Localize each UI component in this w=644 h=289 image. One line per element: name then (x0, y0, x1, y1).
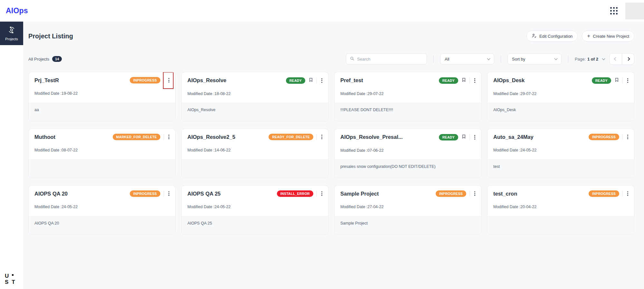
page-value: 1 of 2 (587, 57, 598, 62)
kebab-menu-icon[interactable] (473, 77, 477, 84)
avatar-placeholder[interactable] (625, 3, 644, 19)
search-box (346, 53, 427, 64)
pager (609, 53, 634, 65)
modified-date: Modified Date :20-04-22 (488, 205, 634, 209)
status-badge: READY_FOR_DELETE (269, 134, 313, 140)
kebab-menu-icon[interactable] (473, 134, 477, 140)
projects-sync-icon (7, 26, 16, 35)
project-description: AIOPS QA 20 (29, 216, 175, 235)
chevron-down-icon (487, 57, 490, 60)
modified-date: Modified Date :18-08-22 (182, 92, 328, 96)
page-indicator[interactable]: Page: 1 of 2 (575, 57, 605, 62)
project-name: AIOPS QA 25 (187, 191, 274, 197)
project-card[interactable]: Pref_test READY Modified Date :29-07-22 … (334, 72, 481, 121)
sidebar-item-label: Projects (5, 37, 18, 41)
divider (469, 191, 470, 197)
next-page-button[interactable] (622, 53, 634, 64)
sort-by-dropdown[interactable]: Sort by (507, 53, 562, 64)
modified-date: Modified Date :24-05-22 (488, 148, 634, 152)
project-card[interactable]: Muthoot MARKED_FOR_DELETE Modified Date … (28, 129, 175, 178)
modified-date: Modified Date :29-07-22 (488, 92, 634, 96)
all-projects-tab[interactable]: All Projects 14 (28, 56, 62, 62)
search-icon (350, 56, 355, 62)
divider (622, 191, 623, 197)
kebab-menu-icon[interactable] (320, 134, 324, 140)
kebab-menu-icon[interactable] (626, 134, 630, 140)
all-projects-label: All Projects (28, 57, 49, 62)
app-logo: AIOps (6, 6, 28, 15)
project-card[interactable]: Sample Project INPROGRESS Modified Date … (334, 185, 481, 235)
sidebar: Projects U ST (0, 22, 23, 289)
chevron-right-icon (626, 57, 630, 61)
divider (164, 134, 164, 140)
project-description (29, 159, 175, 178)
modified-date: Modified Date :07-06-22 (335, 148, 481, 153)
previous-page-button[interactable] (610, 53, 622, 64)
plus-icon: + (587, 33, 590, 39)
modified-date: Modified Date :29-07-22 (335, 92, 481, 96)
project-card[interactable]: AIOps_Resolve READY Modified Date :18-08… (181, 72, 328, 121)
status-badge: INPROGRESS (130, 77, 160, 83)
edit-configuration-button[interactable]: Edit Configuration (526, 31, 578, 42)
project-card[interactable]: AIOps_Resolve_Presal... READY Modified D… (334, 129, 481, 178)
divider (317, 134, 317, 140)
page-label: Page: (575, 57, 586, 62)
status-badge: INSTALL_ERROR (277, 190, 313, 197)
project-card[interactable]: AIOps_Desk READY Modified Date :29-07-22… (487, 72, 634, 121)
project-name: AIOps_Desk (493, 77, 589, 83)
project-description (182, 159, 328, 178)
project-name: AIOps_Resolve (187, 77, 283, 83)
edit-user-icon (532, 33, 537, 39)
divider (501, 55, 501, 63)
topbar-right (610, 3, 644, 19)
kebab-menu-icon[interactable] (320, 77, 324, 84)
project-description: !!!PLEASE DONT DELETE!!!! (335, 103, 481, 121)
sort-by-value: Sort by (512, 57, 525, 62)
ust-logo-dot (12, 274, 14, 276)
project-card[interactable]: Prj_TestR INPROGRESS Modified Date :19-0… (28, 72, 175, 121)
kebab-menu-icon[interactable] (626, 190, 630, 197)
divider (164, 77, 164, 83)
project-name: Prj_TestR (34, 77, 127, 83)
kebab-menu-icon[interactable] (320, 190, 324, 197)
ust-logo: U ST (5, 273, 16, 285)
status-badge: INPROGRESS (589, 190, 619, 197)
project-name: Auto_sa_24May (493, 134, 586, 140)
project-card[interactable]: Auto_sa_24May INPROGRESS Modified Date :… (487, 129, 634, 178)
type-filter-dropdown[interactable]: All (440, 53, 494, 64)
page-header: Project Listing Edit Configuration + Cre… (28, 31, 634, 42)
kebab-menu-icon[interactable] (167, 134, 171, 140)
divider (469, 134, 470, 140)
filter-row: All Projects 14 All Sort by (28, 53, 634, 65)
project-description: AIOPS QA 25 (182, 216, 328, 235)
kebab-menu-icon[interactable] (167, 190, 171, 197)
status-badge: INPROGRESS (436, 190, 466, 197)
project-description: test (488, 159, 634, 178)
status-badge: READY (592, 77, 611, 84)
project-description: presales snow configuration(DO NOT EDIT/… (335, 159, 481, 178)
sidebar-item-projects[interactable]: Projects (0, 22, 23, 45)
bookmark-icon[interactable] (614, 77, 619, 84)
kebab-menu-icon[interactable] (626, 77, 630, 84)
kebab-menu-icon[interactable] (167, 77, 171, 83)
apps-grid-icon[interactable] (610, 7, 618, 14)
kebab-menu-icon[interactable] (473, 190, 477, 197)
bookmark-icon[interactable] (308, 77, 313, 84)
bookmark-icon[interactable] (461, 77, 466, 84)
project-card[interactable]: test_cron INPROGRESS Modified Date :20-0… (487, 185, 634, 235)
search-input[interactable] (357, 57, 423, 62)
project-card[interactable]: AIOPS QA 20 INPROGRESS Modified Date :24… (28, 185, 175, 235)
divider (568, 55, 568, 63)
project-name: AIOps_Resolve_Presal... (340, 134, 436, 140)
chevron-left-icon (614, 57, 617, 61)
project-card[interactable]: AIOPS QA 25 INSTALL_ERROR Modified Date … (181, 185, 328, 235)
project-name: Muthoot (34, 134, 110, 140)
top-bar: AIOps (0, 0, 644, 22)
modified-date: Modified Date :14-06-22 (182, 148, 328, 152)
bookmark-icon[interactable] (461, 134, 466, 140)
project-description (488, 216, 634, 235)
project-card[interactable]: AIOps_Resolve2_5 READY_FOR_DELETE Modifi… (181, 129, 328, 178)
create-new-project-button[interactable]: + Create New Project (582, 31, 634, 42)
modified-date: Modified Date :24-05-22 (29, 205, 175, 209)
status-badge: INPROGRESS (589, 134, 619, 140)
